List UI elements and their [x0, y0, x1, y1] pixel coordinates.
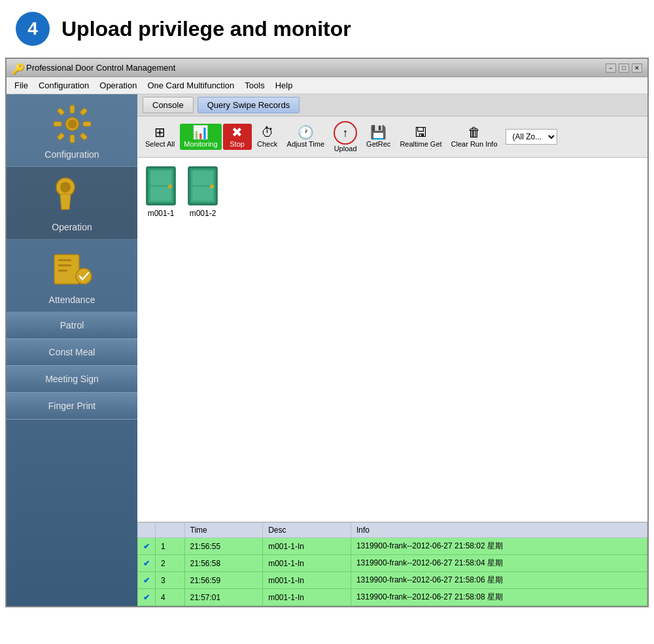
sidebar-item-attendance[interactable]: Attendance [7, 240, 137, 312]
row2-time: 21:56:58 [184, 555, 263, 572]
sidebar-patrol-label: Patrol [12, 320, 132, 331]
zone-selector[interactable]: (All Zo... [506, 129, 557, 145]
app-window: 🔑 Professional Door Control Management –… [5, 58, 649, 607]
svg-rect-2 [70, 135, 75, 143]
close-button[interactable]: ✕ [632, 63, 642, 73]
clear-label: Clear Run Info [451, 140, 498, 148]
attendance-icon [51, 251, 94, 287]
menu-file[interactable]: File [9, 79, 33, 92]
svg-rect-7 [56, 132, 64, 140]
app-title: Professional Door Control Management [26, 63, 175, 73]
select-all-label: Select All [145, 140, 175, 148]
svg-point-21 [168, 185, 172, 188]
minimize-button[interactable]: – [606, 63, 616, 73]
row1-info: 1319900-frank--2012-06-27 21:58:02 星期 [351, 538, 647, 555]
row3-desc: m001-1-In [263, 572, 351, 589]
query-swipe-records-button[interactable]: Query Swipe Records [198, 97, 300, 113]
row4-time: 21:57:01 [184, 589, 263, 606]
upload-button[interactable]: ↑ Upload [330, 119, 361, 154]
configuration-icon-container [49, 101, 95, 147]
col-check [138, 523, 156, 538]
table-row: ✔ 2 21:56:58 m001-1-In 1319900-frank--20… [138, 555, 647, 572]
page-title: Upload privilege and monitor [61, 17, 351, 41]
row1-check: ✔ [138, 538, 156, 555]
monitoring-button[interactable]: 📊 Monitoring [180, 124, 221, 150]
stop-icon: ✖ [232, 126, 243, 139]
icon-toolbar: ⊞ Select All 📊 Monitoring ✖ Stop ⏱ Check… [137, 116, 647, 158]
console-button[interactable]: Console [143, 97, 194, 113]
row2-desc: m001-1-In [263, 555, 351, 572]
row4-info: 1319900-frank--2012-06-27 21:58:08 星期 [351, 589, 647, 606]
svg-rect-15 [58, 264, 71, 266]
svg-rect-19 [150, 171, 171, 185]
sidebar-item-configuration[interactable]: Configuration [7, 94, 137, 167]
hand-touch-icon [51, 175, 94, 218]
row2-num: 2 [156, 555, 185, 572]
select-all-icon: ⊞ [154, 126, 165, 139]
sidebar-item-const-meal[interactable]: Const Meal [7, 339, 137, 366]
menu-help[interactable]: Help [270, 79, 298, 92]
menu-tools[interactable]: Tools [239, 79, 269, 92]
adjust-time-label: Adjust Time [287, 140, 324, 148]
device-door-icon-1 [145, 166, 177, 206]
check-icon: ⏱ [261, 126, 274, 139]
stop-button[interactable]: ✖ Stop [223, 124, 252, 150]
svg-point-13 [76, 268, 92, 284]
app-icon: 🔑 [12, 63, 22, 73]
menu-configuration[interactable]: Configuration [33, 79, 94, 92]
attendance-icon-container [49, 246, 95, 292]
stop-label: Stop [230, 140, 245, 148]
clear-run-info-button[interactable]: 🗑 Clear Run Info [447, 124, 502, 150]
realtime-icon: 🖫 [414, 126, 427, 139]
top-toolbar: Console Query Swipe Records [137, 94, 647, 116]
svg-rect-14 [58, 259, 71, 261]
menu-operation[interactable]: Operation [94, 79, 142, 92]
col-num [156, 523, 185, 538]
main-area: Configuration Operation [7, 94, 647, 606]
svg-rect-1 [70, 105, 75, 113]
sidebar-item-finger-print[interactable]: Finger Print [7, 393, 137, 420]
upload-circle: ↑ [334, 121, 357, 145]
sidebar-attendance-label: Attendance [12, 295, 132, 305]
sidebar-const-meal-label: Const Meal [12, 347, 132, 357]
svg-rect-16 [58, 270, 67, 272]
row3-time: 21:56:59 [184, 572, 263, 589]
getrec-button[interactable]: 💾 GetRec [362, 124, 394, 150]
device-m001-1[interactable]: m001-1 [145, 166, 177, 218]
device-m001-2[interactable]: m001-2 [187, 166, 218, 218]
sidebar-item-operation[interactable]: Operation [7, 167, 137, 240]
table-row: ✔ 1 21:56:55 m001-1-In 1319900-frank--20… [138, 538, 647, 555]
sidebar-item-meeting-sign[interactable]: Meeting Sign [7, 366, 137, 393]
menu-one-card[interactable]: One Card Multifunction [142, 79, 239, 92]
content-area: Console Query Swipe Records ⊞ Select All… [137, 94, 647, 606]
log-section: Time Desc Info ✔ 1 21:56:55 m001-1-In [137, 522, 647, 606]
row2-check: ✔ [138, 555, 156, 572]
row2-info: 1319900-frank--2012-06-27 21:58:04 星期 [351, 555, 647, 572]
row3-num: 3 [156, 572, 185, 589]
col-time: Time [184, 523, 263, 538]
device-area: m001-1 m001-2 [137, 158, 647, 522]
col-desc: Desc [263, 523, 351, 538]
row4-num: 4 [156, 589, 185, 606]
adjust-time-icon: 🕐 [298, 126, 314, 139]
row4-check: ✔ [138, 589, 156, 606]
step-badge: 4 [16, 12, 50, 46]
upload-label: Upload [334, 145, 357, 152]
device-door-icon-2 [187, 166, 218, 206]
realtime-label: Realtime Get [400, 140, 441, 148]
sidebar-item-patrol[interactable]: Patrol [7, 312, 137, 339]
sidebar-configuration-label: Configuration [12, 149, 132, 160]
row4-desc: m001-1-In [263, 589, 351, 606]
table-row: ✔ 4 21:57:01 m001-1-In 1319900-frank--20… [138, 589, 647, 606]
maximize-button[interactable]: □ [619, 63, 629, 73]
check-button[interactable]: ⏱ Check [253, 124, 282, 150]
row3-info: 1319900-frank--2012-06-27 21:58:06 星期 [351, 572, 647, 589]
svg-rect-25 [192, 187, 213, 201]
realtime-get-button[interactable]: 🖫 Realtime Get [396, 124, 445, 150]
svg-point-26 [210, 185, 214, 188]
svg-rect-12 [54, 255, 79, 284]
select-all-button[interactable]: ⊞ Select All [141, 124, 179, 150]
gear-icon [51, 103, 94, 145]
adjust-time-button[interactable]: 🕐 Adjust Time [283, 124, 328, 150]
operation-icon-container [49, 173, 95, 219]
